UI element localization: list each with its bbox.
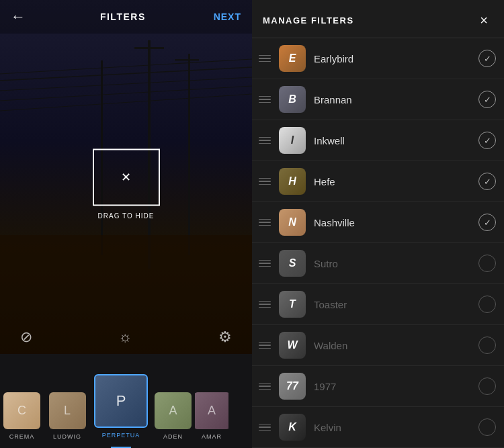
filter-icon-earlybird: E	[279, 45, 306, 72]
bottom-icons-row: ⊘ ☼ ⚙	[0, 320, 252, 354]
filter-check-nashville[interactable]	[478, 214, 496, 231]
right-panel: MANAGE FILTERS × E Earlybird B Brannan I…	[252, 0, 504, 448]
drag-handle-brannan[interactable]	[257, 93, 272, 106]
no-filter-icon[interactable]: ⊘	[20, 328, 32, 346]
filter-check-inkwell[interactable]	[478, 132, 496, 149]
filter-strip: C CREMA L LUDWIG P PERPETUA A ADEN A AMA…	[0, 354, 252, 448]
filter-list: E Earlybird B Brannan I Inkwell H Hefe N…	[252, 38, 504, 448]
filter-check-walden[interactable]	[478, 337, 496, 354]
filter-list-item-inkwell[interactable]: I Inkwell	[252, 120, 504, 161]
filter-icon-nashville: N	[279, 209, 306, 236]
filter-item-ludwig[interactable]: L LUDWIG	[44, 392, 91, 448]
filter-list-item-hefe[interactable]: H Hefe	[252, 161, 504, 202]
drag-handle-1977[interactable]	[257, 380, 272, 393]
filter-list-item-1977[interactable]: 77 1977	[252, 366, 504, 407]
filter-item-crema[interactable]: C CREMA	[0, 392, 44, 448]
filter-thumb-aden: A	[155, 392, 192, 429]
svg-rect-10	[175, 59, 199, 61]
filter-name-walden: Walden	[314, 340, 478, 351]
photo-preview: ✕ DRAG TO HIDE	[0, 0, 252, 354]
filters-title: FILTERS	[100, 11, 146, 22]
drag-handle-sutro[interactable]	[257, 257, 272, 270]
filter-icon-hefe: H	[279, 168, 306, 195]
filter-thumb-amar: A	[195, 392, 228, 429]
drag-to-hide-box[interactable]: ✕ DRAG TO HIDE	[93, 148, 160, 206]
filter-icon-brannan: B	[279, 86, 306, 113]
drag-handle-hefe[interactable]	[257, 175, 272, 188]
filter-name-kelvin: Kelvin	[314, 422, 478, 433]
filter-thumb-perpetua: P	[94, 374, 148, 428]
filter-name-inkwell: Inkwell	[314, 135, 478, 146]
drag-box-label: DRAG TO HIDE	[98, 212, 155, 219]
drag-handle-walden[interactable]	[257, 339, 272, 352]
filter-name-nashville: Nashville	[314, 217, 478, 228]
filter-name-brannan: Brannan	[314, 94, 478, 105]
filter-label-aden: ADEN	[163, 433, 183, 440]
svg-rect-7	[188, 54, 190, 255]
filter-icon-walden: W	[279, 332, 306, 359]
right-header: MANAGE FILTERS ×	[252, 0, 504, 38]
filter-check-brannan[interactable]	[478, 91, 496, 108]
brightness-icon[interactable]: ☼	[118, 328, 132, 346]
drag-handle-nashville[interactable]	[257, 216, 272, 229]
filter-label-ludwig: LUDWIG	[53, 433, 81, 440]
filter-items-list: C CREMA L LUDWIG P PERPETUA A ADEN A AMA…	[0, 354, 228, 448]
filter-thumb-crema: C	[3, 392, 40, 429]
filter-item-amar[interactable]: A AMAR	[195, 392, 228, 448]
filter-icon-kelvin: K	[279, 414, 306, 441]
filter-icon-toaster: T	[279, 291, 306, 318]
filter-name-hefe: Hefe	[314, 176, 478, 187]
filter-icon-sutro: S	[279, 250, 306, 277]
filter-list-item-sutro[interactable]: S Sutro	[252, 243, 504, 284]
filter-check-kelvin[interactable]	[478, 418, 496, 436]
filter-list-item-brannan[interactable]: B Brannan	[252, 79, 504, 120]
filter-icon-inkwell: I	[279, 127, 306, 154]
drag-handle-inkwell[interactable]	[257, 134, 272, 147]
filter-item-aden[interactable]: A ADEN	[151, 392, 195, 448]
drag-handle-toaster[interactable]	[257, 298, 272, 311]
filter-list-item-earlybird[interactable]: E Earlybird	[252, 38, 504, 79]
left-header: ← FILTERS NEXT	[0, 0, 252, 34]
x-icon: ✕	[121, 170, 131, 185]
drag-handle-kelvin[interactable]	[257, 421, 272, 434]
filter-list-item-toaster[interactable]: T Toaster	[252, 284, 504, 325]
filter-check-hefe[interactable]	[478, 173, 496, 190]
next-button[interactable]: NEXT	[214, 11, 241, 22]
filter-name-1977: 1977	[314, 381, 478, 392]
drag-handle-earlybird[interactable]	[257, 52, 272, 65]
filter-check-earlybird[interactable]	[478, 50, 496, 67]
filter-check-toaster[interactable]	[478, 296, 496, 313]
manage-filters-title: MANAGE FILTERS	[263, 15, 354, 26]
filter-thumb-ludwig: L	[49, 392, 86, 429]
filter-list-item-kelvin[interactable]: K Kelvin	[252, 407, 504, 448]
filter-name-earlybird: Earlybird	[314, 53, 478, 64]
filter-name-sutro: Sutro	[314, 258, 478, 269]
filter-name-toaster: Toaster	[314, 299, 478, 310]
filter-label-crema: CREMA	[9, 433, 35, 440]
close-button[interactable]: ×	[474, 11, 493, 30]
settings-icon[interactable]: ⚙	[218, 328, 232, 346]
filter-label-amar: AMAR	[202, 433, 222, 440]
svg-rect-9	[134, 47, 164, 49]
filter-item-perpetua[interactable]: P PERPETUA	[91, 374, 151, 448]
filter-list-item-nashville[interactable]: N Nashville	[252, 202, 504, 243]
back-button[interactable]: ←	[11, 8, 32, 26]
filter-icon-1977: 77	[279, 373, 306, 400]
filter-list-item-walden[interactable]: W Walden	[252, 325, 504, 366]
filter-label-perpetua: PERPETUA	[102, 432, 140, 439]
left-panel: ← FILTERS NEXT	[0, 0, 252, 448]
filter-check-sutro[interactable]	[478, 255, 496, 272]
filter-check-1977[interactable]	[478, 377, 496, 395]
